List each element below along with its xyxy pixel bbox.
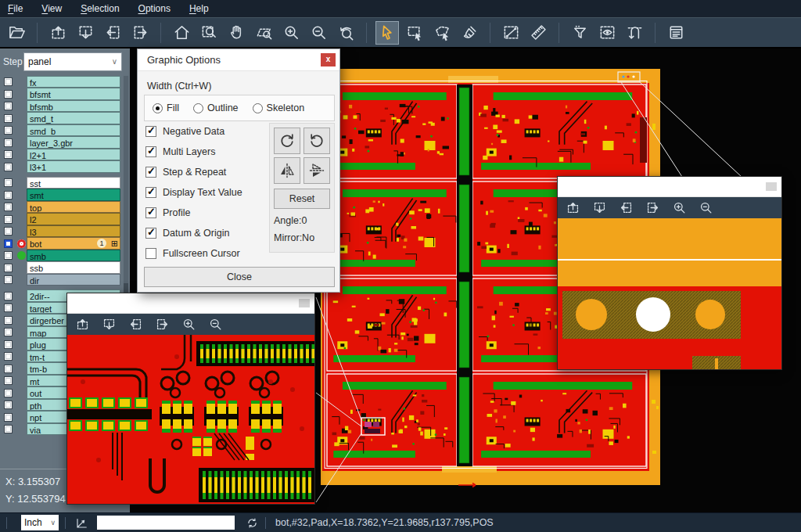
zoom-out-button[interactable] bbox=[699, 200, 713, 215]
flip-horizontal-button[interactable] bbox=[274, 157, 300, 184]
flip-vertical-button[interactable] bbox=[304, 157, 330, 184]
menu-item-selection[interactable]: Selection bbox=[81, 3, 119, 14]
width-radio-outline[interactable]: Outline bbox=[193, 102, 239, 113]
menu-item-file[interactable]: File bbox=[8, 3, 23, 14]
option-checkbox-display-text-value[interactable]: ✓Display Text Value bbox=[145, 185, 242, 200]
layer-visibility-checkbox[interactable] bbox=[4, 163, 13, 171]
layer-visibility-checkbox[interactable] bbox=[4, 102, 13, 110]
layer-list-button[interactable] bbox=[664, 21, 688, 45]
layer-visibility-checkbox[interactable] bbox=[4, 376, 13, 385]
zoom-out-button[interactable] bbox=[208, 317, 223, 332]
option-checkbox-multi-layers[interactable]: ✓Multi Layers bbox=[145, 145, 215, 159]
width-radio-fill[interactable]: Fill bbox=[153, 102, 179, 113]
layer-visibility-checkbox[interactable] bbox=[4, 389, 13, 397]
select-rect-button[interactable] bbox=[403, 21, 426, 45]
select-cursor-button[interactable] bbox=[375, 21, 399, 45]
pan-left-button[interactable] bbox=[101, 21, 124, 45]
zoom-out-button[interactable] bbox=[307, 21, 330, 45]
layer-visibility-checkbox[interactable] bbox=[4, 203, 13, 211]
preview-eye-button[interactable] bbox=[595, 21, 619, 45]
width-radio-skeleton[interactable]: Skeleton bbox=[253, 102, 305, 113]
pan-down-button[interactable] bbox=[74, 21, 97, 45]
home-button[interactable] bbox=[170, 21, 193, 45]
layer-name[interactable]: smd_b bbox=[27, 124, 120, 137]
layer-visibility-checkbox[interactable] bbox=[4, 365, 13, 373]
layer-name[interactable]: smb bbox=[27, 250, 120, 262]
corner-angle-icon[interactable] bbox=[75, 516, 89, 530]
layer-name[interactable]: layer_3.gbr bbox=[27, 136, 120, 149]
step-select[interactable]: panel ∨ bbox=[23, 52, 122, 71]
option-checkbox-negative-data[interactable]: ✓Negative Data bbox=[145, 124, 224, 138]
snap-button[interactable] bbox=[623, 21, 646, 45]
magnifier-title-bar[interactable] bbox=[67, 293, 314, 314]
layer-visibility-checkbox[interactable] bbox=[4, 150, 13, 159]
close-button[interactable]: Close bbox=[144, 267, 335, 287]
pan-up-button[interactable] bbox=[75, 317, 90, 332]
option-checkbox-profile[interactable]: ✓Profile bbox=[145, 206, 190, 220]
dialog-close-icon[interactable]: x bbox=[321, 53, 336, 66]
pan-hand-button[interactable] bbox=[224, 21, 248, 45]
rotate-cw-button[interactable] bbox=[274, 128, 300, 154]
rotate-ccw-button[interactable] bbox=[304, 128, 330, 154]
layer-visibility-checkbox[interactable] bbox=[4, 178, 13, 187]
select-polygon-button[interactable] bbox=[430, 21, 454, 45]
layer-name[interactable]: top bbox=[27, 201, 120, 214]
pan-left-button[interactable] bbox=[128, 317, 143, 332]
layer-visibility-checkbox[interactable] bbox=[4, 90, 13, 99]
layer-name[interactable]: l2 bbox=[27, 213, 120, 225]
open-file-button[interactable] bbox=[5, 21, 28, 45]
layer-visibility-checkbox[interactable] bbox=[4, 251, 13, 260]
layer-visibility-checkbox[interactable] bbox=[4, 316, 13, 325]
layer-visibility-checkbox[interactable] bbox=[4, 227, 13, 235]
option-checkbox-datum-origin[interactable]: ✓Datum & Origin bbox=[145, 226, 229, 240]
layer-name[interactable]: bot1⊞ bbox=[27, 237, 120, 250]
layer-name[interactable]: l3+1 bbox=[27, 160, 120, 173]
layer-visibility-checkbox[interactable] bbox=[4, 264, 13, 272]
magnifier-title-bar[interactable] bbox=[558, 177, 781, 197]
pan-left-button[interactable] bbox=[619, 200, 634, 215]
zoom-window-button[interactable] bbox=[197, 21, 221, 45]
magnifier-view-right[interactable] bbox=[558, 218, 781, 369]
menu-item-options[interactable]: Options bbox=[138, 3, 171, 14]
layer-visibility-checkbox[interactable] bbox=[4, 304, 13, 312]
pan-up-button[interactable] bbox=[46, 21, 70, 45]
layer-visibility-checkbox[interactable] bbox=[4, 215, 13, 224]
layer-name[interactable]: bfsmb bbox=[27, 100, 120, 113]
layer-name[interactable]: smd_t bbox=[27, 112, 120, 124]
menu-item-help[interactable]: Help bbox=[189, 3, 209, 14]
pan-down-button[interactable] bbox=[102, 317, 117, 332]
menu-item-view[interactable]: View bbox=[41, 3, 62, 14]
layer-name[interactable]: smt bbox=[27, 189, 120, 201]
option-checkbox-step-repeat[interactable]: ✓Step & Repeat bbox=[145, 165, 226, 179]
measure-distance-button[interactable] bbox=[499, 21, 523, 45]
layer-visibility-checkbox[interactable] bbox=[4, 352, 13, 361]
layer-name[interactable]: fx bbox=[27, 76, 120, 88]
pan-right-button[interactable] bbox=[645, 200, 660, 215]
pan-down-button[interactable] bbox=[592, 200, 607, 215]
layer-name[interactable]: sst bbox=[27, 177, 120, 189]
layer-visibility-checkbox[interactable] bbox=[4, 340, 13, 349]
layer-visibility-checkbox[interactable] bbox=[4, 126, 13, 135]
layer-visibility-checkbox[interactable] bbox=[4, 328, 13, 336]
zoom-in-button[interactable] bbox=[181, 317, 196, 332]
magnifier-window-button[interactable] bbox=[299, 299, 310, 307]
layer-name[interactable]: dir bbox=[27, 274, 120, 286]
layer-visibility-checkbox[interactable] bbox=[4, 191, 13, 200]
unit-select[interactable]: Inch ∨ bbox=[21, 515, 59, 530]
magnifier-view-left[interactable] bbox=[67, 335, 314, 504]
zoom-in-button[interactable] bbox=[672, 200, 687, 215]
layer-visibility-checkbox[interactable] bbox=[4, 275, 13, 284]
refresh-icon[interactable] bbox=[246, 516, 259, 530]
layer-name[interactable]: l3 bbox=[27, 225, 120, 238]
layer-visibility-checkbox[interactable] bbox=[4, 413, 13, 422]
command-input[interactable] bbox=[97, 516, 235, 530]
layer-visibility-checkbox[interactable] bbox=[4, 138, 13, 147]
zoom-previous-button[interactable] bbox=[334, 21, 357, 45]
layer-name[interactable]: bfsmt bbox=[27, 88, 120, 100]
ruler-button[interactable] bbox=[526, 21, 550, 45]
filter-button[interactable] bbox=[568, 21, 591, 45]
layer-visibility-checkbox[interactable] bbox=[4, 114, 13, 123]
clear-brush-button[interactable] bbox=[458, 21, 481, 45]
layer-name[interactable]: ssb bbox=[27, 261, 120, 274]
pan-right-button[interactable] bbox=[128, 21, 152, 45]
